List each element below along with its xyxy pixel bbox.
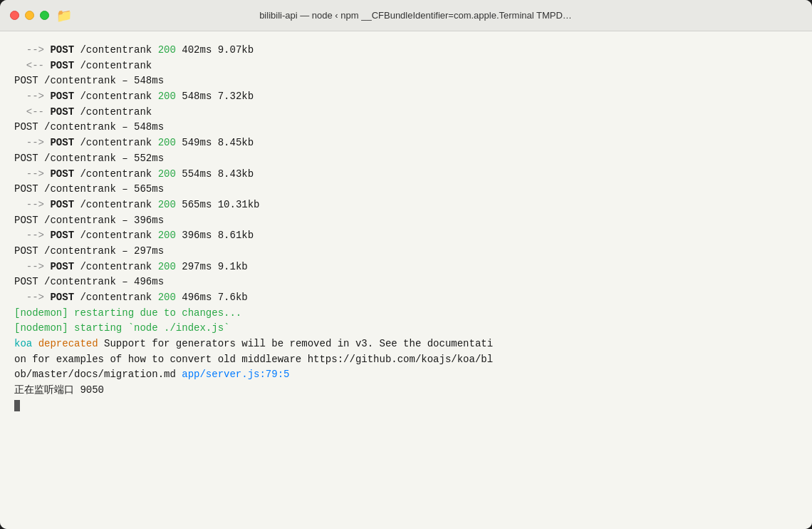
terminal-line: 正在监听端口 9050 [14, 383, 798, 399]
terminal-line: on for examples of how to convert old mi… [14, 352, 798, 368]
terminal-line: --> POST /contentrank 200 396ms 8.61kb [14, 228, 798, 244]
terminal-window: 📁 bilibili-api — node ‹ npm __CFBundleId… [0, 0, 812, 529]
terminal-line: <-- POST /contentrank [14, 105, 798, 120]
terminal-line: POST /contentrank – 565ms [14, 182, 798, 197]
terminal-line: --> POST /contentrank 200 565ms 10.31kb [14, 197, 798, 213]
cursor [14, 400, 20, 411]
terminal-line: [nodemon] starting `node ./index.js` [14, 321, 798, 337]
terminal-line: --> POST /contentrank 200 548ms 7.32kb [14, 89, 798, 105]
terminal-line: --> POST /contentrank 200 402ms 9.07kb [14, 43, 798, 58]
terminal-line: POST /contentrank – 496ms [14, 274, 798, 290]
terminal-line: POST /contentrank – 552ms [14, 151, 798, 167]
terminal-line: --> POST /contentrank 200 496ms 7.6kb [14, 290, 798, 306]
window-title: bilibili-api — node ‹ npm __CFBundleIden… [29, 10, 802, 21]
terminal-line: POST /contentrank – 548ms [14, 73, 798, 89]
terminal-line: POST /contentrank – 297ms [14, 244, 798, 260]
terminal-output[interactable]: --> POST /contentrank 200 402ms 9.07kb <… [0, 31, 812, 529]
terminal-line: [nodemon] restarting due to changes... [14, 306, 798, 322]
terminal-line: --> POST /contentrank 200 549ms 8.45kb [14, 135, 798, 151]
terminal-line: --> POST /contentrank 200 554ms 8.43kb [14, 167, 798, 183]
close-button[interactable] [10, 11, 19, 20]
terminal-line: POST /contentrank – 396ms [14, 213, 798, 229]
terminal-line: --> POST /contentrank 200 297ms 9.1kb [14, 260, 798, 275]
terminal-line: ob/master/docs/migration.md app/server.j… [14, 367, 798, 383]
terminal-line: POST /contentrank – 548ms [14, 120, 798, 135]
title-bar: 📁 bilibili-api — node ‹ npm __CFBundleId… [0, 0, 812, 31]
terminal-line: koa deprecated Support for generators wi… [14, 337, 798, 352]
terminal-line: <-- POST /contentrank [14, 58, 798, 74]
